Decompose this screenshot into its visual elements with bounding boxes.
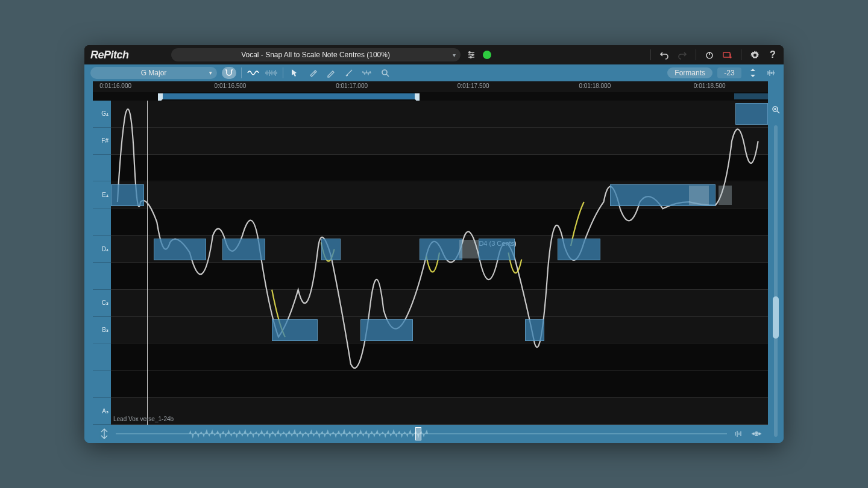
ruler-tick: 0:01:16.500 (215, 83, 247, 89)
note-axis-label: A₃ (93, 398, 111, 425)
view-waveform-icon[interactable] (265, 67, 278, 79)
overview-bar (93, 425, 768, 443)
svg-rect-4 (723, 52, 730, 57)
app-logo: RePitch (90, 49, 129, 61)
pitch-tool-icon[interactable] (306, 67, 319, 79)
note-axis-label (93, 155, 111, 182)
titlebar-right: ? (650, 49, 778, 60)
key-select[interactable]: G Major ▾ (90, 67, 217, 79)
note-ghost (689, 186, 709, 204)
note-row (111, 128, 768, 155)
overview-vzoom-icon[interactable] (732, 428, 745, 440)
chevron-down-icon: ▾ (453, 52, 456, 58)
vibrato-tool-icon[interactable] (360, 67, 374, 79)
note-block[interactable] (735, 103, 769, 125)
power-icon[interactable] (705, 50, 714, 60)
note-block[interactable] (154, 239, 206, 260)
snap-magnet-button[interactable] (222, 67, 236, 79)
note-block[interactable] (360, 319, 413, 341)
formant-view-icon[interactable] (764, 67, 778, 79)
loop-start-handle[interactable] (158, 93, 163, 99)
note-block[interactable] (525, 319, 545, 341)
arrow-tool-icon[interactable] (288, 67, 301, 79)
overview-cursor[interactable] (415, 427, 421, 440)
stepper-icon[interactable] (746, 67, 760, 79)
ruler-tick: 0:01:17.500 (458, 83, 489, 89)
macro-label: Vocal - Snap All to Scale Note Centres (… (241, 51, 390, 59)
left-gutter (84, 81, 93, 443)
svg-point-2 (470, 57, 471, 58)
note-row (111, 317, 768, 344)
note-axis-label: C₃ (93, 290, 111, 317)
loop-region-strip[interactable] (93, 92, 768, 101)
note-row (111, 398, 768, 425)
vzoom-in-icon[interactable] (772, 105, 780, 116)
loop-region[interactable] (160, 93, 417, 99)
note-row (111, 344, 768, 371)
note-row (111, 290, 768, 317)
note-axis-label: E₄ (93, 181, 111, 208)
note-row (111, 155, 768, 182)
note-axis-label (93, 371, 111, 398)
svg-point-1 (471, 54, 473, 56)
note-block[interactable] (558, 239, 600, 260)
scrollbar-thumb[interactable] (773, 296, 779, 339)
overview-marker-icon[interactable] (98, 428, 111, 440)
note-axis-label (93, 263, 111, 290)
line-tool-icon[interactable] (342, 67, 356, 79)
app-window: RePitch Vocal - Snap All to Scale Note C… (84, 45, 784, 443)
macro-settings-icon[interactable] (467, 50, 476, 60)
undo-icon[interactable] (659, 50, 669, 60)
titlebar: RePitch Vocal - Snap All to Scale Note C… (84, 45, 784, 64)
tool-row: G Major ▾ Formants -23 (84, 64, 784, 81)
note-axis-label (93, 208, 111, 236)
note-axis-label (93, 343, 111, 371)
macro-select[interactable]: Vocal - Snap All to Scale Note Centres (… (171, 48, 461, 61)
loop-end-handle[interactable] (415, 93, 420, 99)
gear-icon[interactable] (750, 50, 760, 60)
ruler-tick: 0:01:18.500 (694, 83, 726, 89)
overview-hzoom-icon[interactable] (750, 428, 763, 440)
overview-waveform[interactable] (116, 427, 727, 440)
note-row (111, 208, 768, 236)
status-ok-icon (482, 50, 492, 60)
draw-tool-icon[interactable] (324, 67, 338, 79)
playhead[interactable] (147, 101, 148, 425)
note-axis-label: D₄ (93, 236, 111, 263)
note-block[interactable] (272, 319, 318, 341)
ruler-tick: 0:01:18.000 (579, 83, 611, 89)
key-label: G Major (141, 69, 167, 77)
note-block[interactable] (420, 239, 462, 260)
note-axis-label: G₄ (93, 101, 111, 128)
piano-roll[interactable]: G₄F#E₄D₄C₃B₃A₃ D4 (3 Cents) Lead Vox ver… (93, 101, 768, 425)
clip-name-label: Lead Vox verse_1-24b (113, 416, 174, 422)
redo-icon[interactable] (678, 50, 687, 60)
note-ghost (459, 240, 479, 258)
note-row (111, 101, 768, 128)
note-grid[interactable]: D4 (3 Cents) Lead Vox verse_1-24b (111, 101, 768, 425)
note-block[interactable] (111, 184, 144, 206)
formants-value[interactable]: -23 (717, 67, 741, 78)
view-pitch-icon[interactable] (247, 67, 260, 79)
note-axis-label: F# (93, 128, 111, 155)
vertical-scrollbar[interactable] (774, 125, 778, 437)
note-axis: G₄F#E₄D₄C₃B₃A₃ (93, 101, 111, 425)
time-ruler[interactable]: 0:01:16.000 0:01:16.500 0:01:17.000 0:01… (93, 81, 768, 92)
zoom-tool-icon[interactable] (379, 67, 392, 79)
note-block[interactable] (222, 239, 265, 260)
lock-icon[interactable] (723, 50, 732, 60)
note-block[interactable] (321, 239, 341, 260)
note-block[interactable] (479, 239, 515, 260)
note-row (111, 263, 768, 290)
note-row (111, 371, 768, 398)
formants-button[interactable]: Formants (667, 67, 712, 78)
svg-point-6 (382, 70, 387, 75)
loop-region[interactable] (734, 93, 768, 99)
ruler-tick: 0:01:16.000 (99, 83, 131, 89)
help-icon[interactable]: ? (768, 50, 778, 60)
editor-body: 0:01:16.000 0:01:16.500 0:01:17.000 0:01… (84, 81, 784, 443)
note-axis-label: B₃ (93, 317, 111, 344)
svg-point-5 (730, 57, 731, 58)
svg-point-0 (468, 52, 470, 54)
chevron-down-icon: ▾ (209, 70, 212, 76)
